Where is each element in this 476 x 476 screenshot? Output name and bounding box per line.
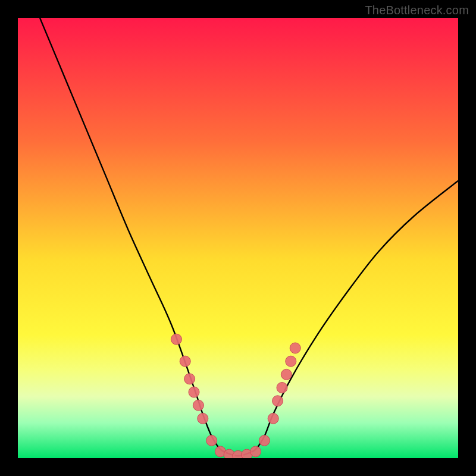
plot-area xyxy=(18,18,458,458)
marker-point xyxy=(198,413,208,424)
outer-frame: TheBottleneck.com xyxy=(0,0,476,476)
marker-point xyxy=(250,446,261,457)
marker-point xyxy=(193,400,203,411)
marker-point xyxy=(281,369,292,380)
marker-point xyxy=(189,387,199,397)
marker-point xyxy=(290,343,300,353)
marker-point xyxy=(184,374,195,384)
marker-point xyxy=(206,435,217,446)
marker-point xyxy=(180,356,190,367)
marker-point xyxy=(259,435,270,446)
marker-point xyxy=(273,396,283,406)
watermark-text: TheBottleneck.com xyxy=(365,4,469,17)
marker-point xyxy=(286,356,296,367)
chart-svg xyxy=(18,18,458,458)
marker-point xyxy=(268,413,278,424)
marker-point xyxy=(277,383,287,393)
marker-point xyxy=(171,334,181,345)
